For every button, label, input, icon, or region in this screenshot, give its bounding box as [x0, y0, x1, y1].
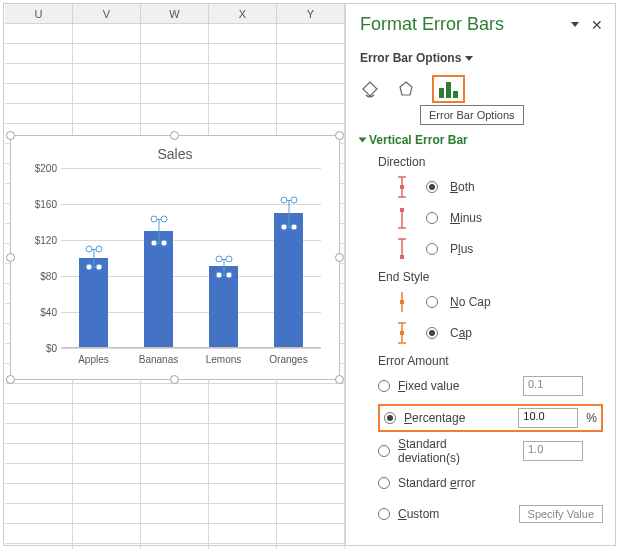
option-direction-both[interactable]: Both — [390, 174, 603, 200]
option-direction-plus[interactable]: Plus — [390, 236, 603, 262]
category-oranges: Oranges — [256, 354, 321, 365]
effects-icon[interactable] — [396, 79, 416, 99]
plus-icon — [390, 238, 414, 260]
bar-oranges[interactable] — [274, 213, 303, 347]
radio-percentage[interactable] — [384, 412, 396, 424]
section-vertical-error-bar[interactable]: Vertical Error Bar — [360, 133, 603, 147]
category-bananas: Bananas — [126, 354, 191, 365]
collapse-icon — [359, 138, 367, 143]
nocap-icon — [390, 291, 414, 313]
svg-rect-10 — [400, 255, 404, 259]
category-apples: Apples — [61, 354, 126, 365]
svg-marker-0 — [400, 82, 412, 95]
radio-stderr[interactable] — [378, 477, 390, 489]
minus-icon — [390, 207, 414, 229]
svg-rect-16 — [400, 331, 404, 335]
group-amount: Error Amount — [378, 354, 603, 368]
chart-object[interactable]: Sales $0$40$80$120$160$200ApplesBananasL… — [10, 135, 340, 380]
radio-custom[interactable] — [378, 508, 390, 520]
close-icon[interactable]: ✕ — [591, 18, 603, 32]
col-X[interactable]: X — [209, 4, 277, 23]
fill-line-icon[interactable] — [360, 79, 380, 99]
svg-rect-12 — [400, 300, 404, 304]
col-Y[interactable]: Y — [277, 4, 345, 23]
option-amount-stddev[interactable]: Standarddeviation(s) 1.0 — [378, 437, 603, 465]
pane-menu-icon[interactable] — [571, 22, 579, 27]
chart-plot-area[interactable]: $0$40$80$120$160$200ApplesBananasLemonsO… — [61, 168, 321, 348]
column-headers: U V W X Y — [5, 4, 345, 24]
radio-cap[interactable] — [426, 327, 438, 339]
percentage-unit: % — [586, 411, 597, 425]
specify-value-button[interactable]: Specify Value — [519, 505, 603, 523]
radio-plus[interactable] — [426, 243, 438, 255]
category-lemons: Lemons — [191, 354, 256, 365]
input-percentage[interactable]: 10.0 — [518, 408, 578, 428]
options-dropdown-label: Error Bar Options — [360, 51, 461, 65]
bar-chart-icon[interactable] — [439, 80, 458, 98]
radio-both[interactable] — [426, 181, 438, 193]
option-endstyle-cap[interactable]: Cap — [390, 320, 603, 346]
option-amount-percentage-highlight: Percentage 10.0 % — [378, 404, 603, 432]
bar-apples[interactable] — [79, 258, 108, 348]
tooltip: Error Bar Options — [420, 105, 524, 125]
bar-bananas[interactable] — [144, 231, 173, 347]
option-endstyle-nocap[interactable]: No Cap — [390, 289, 603, 315]
bar-lemons[interactable] — [209, 266, 238, 347]
col-V[interactable]: V — [73, 4, 141, 23]
svg-rect-5 — [400, 208, 404, 212]
option-direction-minus[interactable]: Minus — [390, 205, 603, 231]
input-stddev[interactable]: 1.0 — [523, 441, 583, 461]
radio-minus[interactable] — [426, 212, 438, 224]
pane-title: Format Error Bars — [360, 14, 504, 35]
col-W[interactable]: W — [141, 4, 209, 23]
option-amount-fixed[interactable]: Fixed value 0.1 — [378, 373, 603, 399]
options-dropdown[interactable]: Error Bar Options — [360, 51, 473, 65]
radio-stddev[interactable] — [378, 445, 390, 457]
col-U[interactable]: U — [5, 4, 73, 23]
option-amount-stderr[interactable]: Standard error — [378, 470, 603, 496]
group-direction: Direction — [378, 155, 603, 169]
both-icon — [390, 176, 414, 198]
chart-title[interactable]: Sales — [25, 146, 325, 162]
group-endstyle: End Style — [378, 270, 603, 284]
svg-rect-4 — [400, 185, 404, 189]
input-fixed-value[interactable]: 0.1 — [523, 376, 583, 396]
error-bar-options-icon-highlight — [432, 75, 465, 103]
chevron-down-icon — [465, 56, 473, 61]
radio-nocap[interactable] — [426, 296, 438, 308]
radio-fixed[interactable] — [378, 380, 390, 392]
option-amount-custom[interactable]: Custom Specify Value — [378, 501, 603, 527]
format-pane: Format Error Bars ✕ Error Bar Options Er… — [345, 4, 615, 545]
cap-icon — [390, 322, 414, 344]
